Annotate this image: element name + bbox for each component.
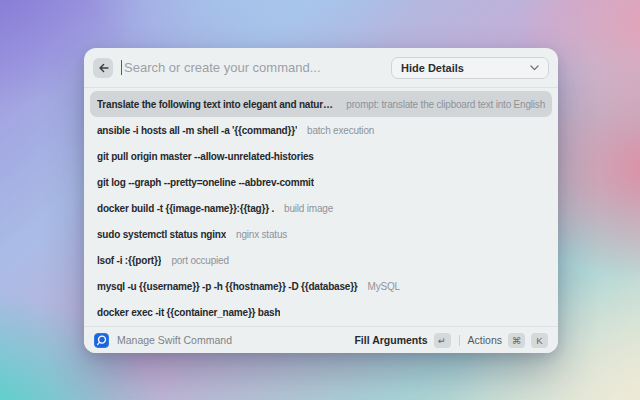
command-row[interactable]: lsof -i :{{port}} port occupied xyxy=(90,247,552,273)
command-subtitle: MySQL xyxy=(368,281,400,292)
arrow-left-icon xyxy=(98,63,109,73)
command-row[interactable]: mysql -u {{username}} -p -h {{hostname}}… xyxy=(90,273,552,299)
command-subtitle: build image xyxy=(284,203,333,214)
command-title: mysql -u {{username}} -p -h {{hostname}}… xyxy=(97,281,358,292)
return-key-icon: ↵ xyxy=(434,333,451,348)
command-list: Translate the following text into elegan… xyxy=(84,88,558,325)
command-palette-window: Search or create your command... Hide De… xyxy=(84,48,558,353)
command-subtitle: nginx status xyxy=(236,229,287,240)
command-title: Translate the following text into elegan… xyxy=(97,99,336,110)
footer-divider xyxy=(459,335,460,346)
command-row[interactable]: git log --graph --pretty=oneline --abbre… xyxy=(90,169,552,195)
swift-command-logo-icon xyxy=(94,333,109,348)
search-header: Search or create your command... Hide De… xyxy=(84,48,558,88)
command-title: lsof -i :{{port}} xyxy=(97,255,161,266)
search-placeholder: Search or create your command... xyxy=(124,60,321,75)
back-button[interactable] xyxy=(93,58,113,78)
status-bar: Manage Swift Command Fill Arguments ↵ Ac… xyxy=(84,326,558,353)
actions-button[interactable]: Actions xyxy=(468,334,502,346)
app-name-label: Manage Swift Command xyxy=(117,334,232,346)
command-row[interactable]: docker exec -it {{container_name}} bash xyxy=(90,299,552,325)
command-row[interactable]: ansible -i hosts all -m shell -a '{{comm… xyxy=(90,117,552,143)
command-title: sudo systemctl status nginx xyxy=(97,229,226,240)
command-row[interactable]: Translate the following text into elegan… xyxy=(90,91,552,117)
command-title: docker exec -it {{container_name}} bash xyxy=(97,307,280,318)
command-row[interactable]: docker build -t {{image-name}}:{{tag}} .… xyxy=(90,195,552,221)
fill-arguments-button[interactable]: Fill Arguments xyxy=(354,334,427,346)
search-input[interactable]: Search or create your command... xyxy=(121,60,383,75)
desktop-background: { "window": { "header": { "back_icon": "… xyxy=(0,0,640,400)
command-row[interactable]: git pull origin master --allow-unrelated… xyxy=(90,143,552,169)
footer-actions: Fill Arguments ↵ Actions ⌘ K xyxy=(354,333,548,348)
command-subtitle: batch execution xyxy=(307,125,374,136)
command-subtitle: prompt: translate the clipboard text int… xyxy=(346,99,545,110)
command-row[interactable]: sudo systemctl status nginx nginx status xyxy=(90,221,552,247)
command-title: git log --graph --pretty=oneline --abbre… xyxy=(97,177,314,188)
command-title: ansible -i hosts all -m shell -a '{{comm… xyxy=(97,125,297,136)
command-subtitle: port occupied xyxy=(171,255,228,266)
details-dropdown-value: Hide Details xyxy=(401,62,464,74)
chevron-down-icon xyxy=(530,65,539,71)
command-title: git pull origin master --allow-unrelated… xyxy=(97,151,314,162)
text-cursor xyxy=(121,60,122,75)
k-key-icon: K xyxy=(531,333,548,348)
details-dropdown[interactable]: Hide Details xyxy=(391,57,549,79)
command-key-icon: ⌘ xyxy=(508,333,525,348)
command-title: docker build -t {{image-name}}:{{tag}} . xyxy=(97,203,274,214)
